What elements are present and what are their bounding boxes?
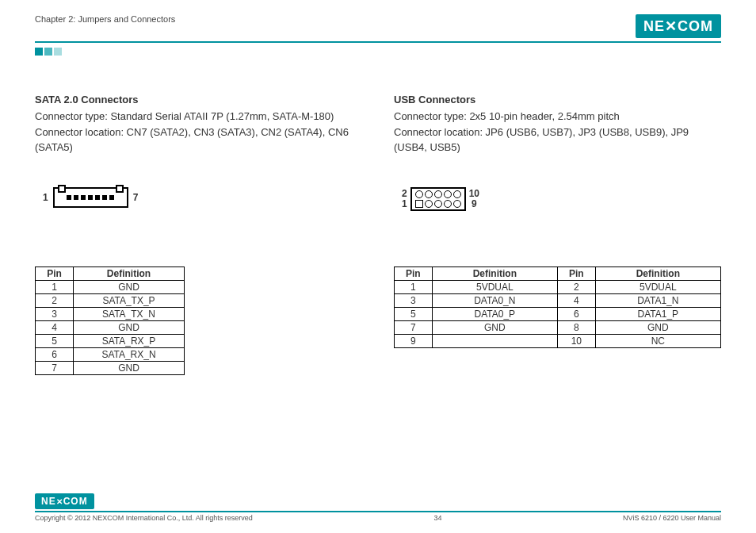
usb-pin9-label: 9 [469,199,479,209]
manual-name: NViS 6210 / 6220 User Manual [623,514,721,522]
sata-pinout-table: Pin Definition 1GND 2SATA_TX_P 3SATA_TX_… [35,266,185,375]
table-row: 15VDUAL25VDUAL [395,280,721,293]
header-rule [35,41,721,43]
sata-title: SATA 2.0 Connectors [35,94,362,105]
usb-pin1-label: 1 [402,199,407,209]
chapter-title: Chapter 2: Jumpers and Connectors [35,14,175,24]
usb-title: USB Connectors [394,94,721,105]
footer: NE✕COM Copyright © 2012 NEXCOM Internati… [35,493,721,522]
sata-conn-type: Connector type: Standard Serial ATAII 7P… [35,109,362,125]
th-def: Definition [595,266,720,280]
table-row: 7GND8GND [395,320,721,334]
usb-pin10-label: 10 [469,189,479,199]
usb-conn-type: Connector type: 2x5 10-pin header, 2.54m… [394,109,721,125]
table-row: 5SATA_RX_P [36,334,185,347]
sata-pin7-label: 7 [133,192,139,203]
th-pin: Pin [395,266,433,280]
table-row: 910NC [395,334,721,347]
table-row: 3SATA_TX_N [36,307,185,320]
usb-pinout-table: Pin Definition Pin Definition 15VDUAL25V… [394,266,721,348]
usb-conn-loc: Connector location: JP6 (USB6, USB7), JP… [394,125,721,155]
sata-diagram: 1 7 [43,187,362,208]
logo: NE✕COM [636,14,721,38]
table-row: 1GND [36,280,185,293]
table-row: 5DATA0_P6DATA1_P [395,307,721,320]
sata-pin1-label: 1 [43,192,48,203]
page-number: 34 [433,514,441,522]
table-row: 7GND [36,361,185,374]
th-pin: Pin [557,266,595,280]
table-row: 3DATA0_N4DATA1_N [395,293,721,307]
sata-conn-loc: Connector location: CN7 (SATA2), CN3 (SA… [35,125,362,155]
th-def: Definition [432,266,557,280]
usb-diagram: 2 1 10 9 [402,187,721,211]
decorative-squares [35,48,721,56]
usb-pin2-label: 2 [402,189,407,199]
usb-section: USB Connectors Connector type: 2x5 10-pi… [394,94,721,375]
copyright: Copyright © 2012 NEXCOM International Co… [35,514,253,522]
sata-section: SATA 2.0 Connectors Connector type: Stan… [35,94,362,375]
footer-logo: NE✕COM [35,493,94,509]
table-row: 4GND [36,320,185,334]
table-row: 6SATA_RX_N [36,347,185,361]
th-def: Definition [74,266,185,280]
th-pin: Pin [36,266,74,280]
table-row: 2SATA_TX_P [36,293,185,307]
footer-rule [35,511,721,512]
